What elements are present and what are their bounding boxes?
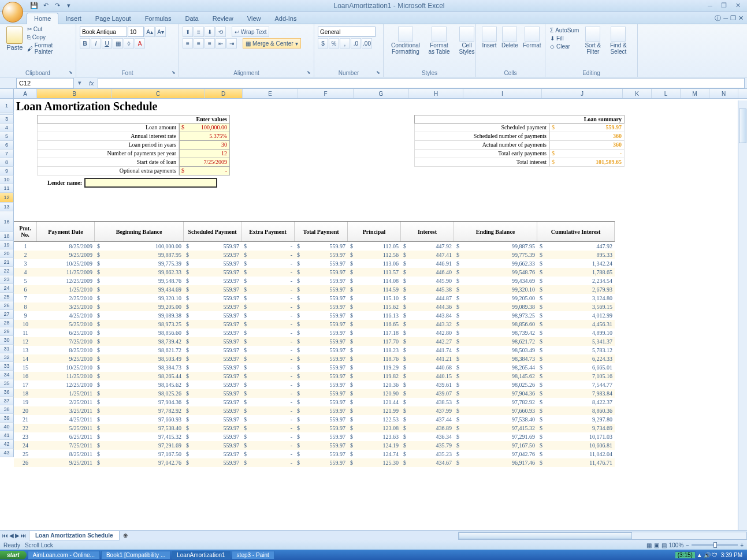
col-header-K[interactable]: K <box>623 89 652 98</box>
cell[interactable]: 3 <box>14 259 37 268</box>
row-header[interactable]: 39 <box>0 414 14 423</box>
cell[interactable]: 2/25/2011 <box>37 398 95 406</box>
format-painter-button[interactable]: 🖌Format Painter <box>26 42 72 55</box>
amort-row[interactable]: 149/25/2010$98,503.49$559.97$-$559.97$11… <box>14 354 615 363</box>
cell[interactable]: $- <box>241 441 295 450</box>
cell[interactable]: $559.97 <box>295 311 348 320</box>
autosum-button[interactable]: ΣAutoSum <box>549 27 580 34</box>
cell[interactable]: $441.74 <box>401 346 454 354</box>
cell[interactable]: 9/25/2011 <box>37 458 95 467</box>
cell[interactable]: $559.97 <box>184 372 241 380</box>
cell[interactable]: $- <box>241 432 295 441</box>
cell[interactable]: $98,265.44 <box>454 363 537 372</box>
cell[interactable]: $97,660.93 <box>454 406 537 415</box>
cell[interactable]: $441.21 <box>401 354 454 363</box>
cell[interactable]: 6/25/2011 <box>37 432 95 441</box>
cell[interactable]: $444.36 <box>401 303 454 311</box>
col-header-E[interactable]: E <box>243 89 298 98</box>
row-header[interactable]: 34 <box>0 371 14 379</box>
wrap-text-button[interactable]: ↩ Wrap Text <box>232 27 269 37</box>
zoom-slider[interactable] <box>692 544 738 546</box>
cell[interactable]: 11 <box>14 328 37 337</box>
cell[interactable]: $447.92 <box>401 242 454 251</box>
cell[interactable]: 8/25/2009 <box>37 242 95 251</box>
amort-row[interactable]: 411/25/2009$99,662.33$559.97$-$559.97$11… <box>14 268 615 277</box>
sheet-tab-active[interactable]: Loan Amortization Schedule <box>29 531 120 540</box>
cell[interactable]: $8,860.36 <box>537 406 615 415</box>
cell[interactable]: 5 <box>14 277 37 285</box>
tray-clock[interactable]: 3:39 PM <box>719 552 745 558</box>
col-header-L[interactable]: L <box>652 89 681 98</box>
enter-value-input[interactable]: $100,000.00 <box>179 124 230 132</box>
cell[interactable]: 18 <box>14 389 37 398</box>
row-header[interactable]: 12 <box>0 193 14 203</box>
tab-add-ins[interactable]: Add-Ins <box>267 13 303 24</box>
view-break-button[interactable]: ▤ <box>661 542 667 548</box>
cell[interactable]: 1/25/2010 <box>37 285 95 294</box>
cell[interactable]: $559.97 <box>295 259 348 268</box>
taskbar-item[interactable]: LoanAmortization1 <box>172 551 230 559</box>
row-header[interactable]: 19 <box>0 241 14 249</box>
cell[interactable]: $99,320.10 <box>454 285 537 294</box>
undo-icon[interactable]: ↶ <box>40 1 51 10</box>
bold-button[interactable]: B <box>80 38 90 48</box>
cell[interactable]: $113.06 <box>348 259 401 268</box>
fill-color-button[interactable]: ◊ <box>124 38 134 48</box>
minimize-button[interactable]: ─ <box>704 2 716 10</box>
row-header[interactable]: 6 <box>0 141 14 150</box>
row-header[interactable]: 38 <box>0 405 14 414</box>
cell[interactable]: $440.15 <box>401 372 454 380</box>
cell[interactable]: $97,042.76 <box>95 458 184 467</box>
cell[interactable]: $434.67 <box>401 458 454 467</box>
cell[interactable]: $6,665.01 <box>537 363 615 372</box>
amort-row[interactable]: 181/25/2011$98,025.26$559.97$-$559.97$12… <box>14 389 615 398</box>
help-icon[interactable]: ⓘ <box>715 14 721 23</box>
cell[interactable]: $559.97 <box>184 389 241 398</box>
tray-icon[interactable]: 🛡 <box>712 552 718 558</box>
cell[interactable]: $559.97 <box>295 380 348 389</box>
cell[interactable]: $440.68 <box>401 363 454 372</box>
cell[interactable]: $- <box>241 354 295 363</box>
cell[interactable]: $8,422.37 <box>537 398 615 406</box>
cell[interactable]: 5/25/2010 <box>37 320 95 328</box>
cell[interactable]: $559.97 <box>184 337 241 346</box>
row-header[interactable]: 25 <box>0 293 14 301</box>
tab-data[interactable]: Data <box>178 13 205 24</box>
cell[interactable]: $98,856.60 <box>95 328 184 337</box>
cell[interactable]: $121.99 <box>348 406 401 415</box>
cell[interactable]: $442.27 <box>401 337 454 346</box>
row-header[interactable]: 26 <box>0 301 14 310</box>
zoom-in-button[interactable]: + <box>740 542 744 548</box>
cell[interactable]: $559.97 <box>295 424 348 432</box>
cell[interactable]: 11/25/2010 <box>37 372 95 380</box>
restore-button[interactable]: ❐ <box>718 2 730 10</box>
col-header-B[interactable]: B <box>37 89 112 98</box>
cell[interactable]: $99,205.00 <box>95 303 184 311</box>
comma-button[interactable]: , <box>340 38 350 48</box>
cell[interactable]: $- <box>241 398 295 406</box>
select-all-corner[interactable] <box>0 89 14 98</box>
cell[interactable]: $97,167.50 <box>95 450 184 458</box>
tab-review[interactable]: Review <box>206 13 240 24</box>
cell[interactable]: $559.97 <box>295 320 348 328</box>
doc-minimize-button[interactable]: ─ <box>723 15 728 22</box>
cell[interactable]: $98,621.72 <box>95 346 184 354</box>
cell[interactable]: $97,291.69 <box>454 432 537 441</box>
accounting-button[interactable]: $ <box>318 38 328 48</box>
col-header-F[interactable]: F <box>298 89 354 98</box>
hscroll-thumb[interactable] <box>459 532 632 539</box>
tab-formulas[interactable]: Formulas <box>138 13 179 24</box>
row-header[interactable]: 21 <box>0 258 14 267</box>
amort-row[interactable]: 225/25/2011$97,538.40$559.97$-$559.97$12… <box>14 424 615 432</box>
cell[interactable]: 25 <box>14 450 37 458</box>
cell[interactable]: 8/25/2011 <box>37 450 95 458</box>
cell[interactable]: $559.97 <box>184 285 241 294</box>
cell[interactable]: $99,775.39 <box>95 259 184 268</box>
cell[interactable]: $5,341.37 <box>537 337 615 346</box>
cell[interactable]: $559.97 <box>295 268 348 277</box>
col-header-I[interactable]: I <box>463 89 542 98</box>
cell[interactable]: $437.44 <box>401 415 454 424</box>
cell[interactable]: $98,973.25 <box>95 320 184 328</box>
format-cells-button[interactable]: Format <box>521 25 544 50</box>
row-header[interactable]: 43 <box>0 449 14 457</box>
